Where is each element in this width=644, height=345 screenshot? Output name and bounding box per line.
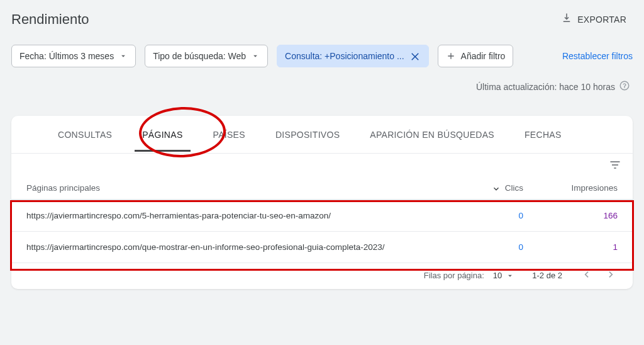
reset-filters-link[interactable]: Restablecer filtros [562,51,633,61]
rows-per-page-label: Filas por página: [424,271,484,280]
cell-impresiones: 1 [523,242,618,252]
tabs-bar: CONSULTAS PÁGINAS PAÍSES DISPOSITIVOS AP… [11,116,633,154]
page-title: Rendimiento [11,11,89,28]
pagination: Filas por página: 10 1-2 de 2 [11,263,633,289]
plus-icon [446,51,456,61]
export-label: EXPORTAR [577,14,626,25]
filter-search-type-label: Tipo de búsqueda: Web [153,51,246,61]
chevron-down-icon [119,52,128,60]
table-column-headers: Páginas principales Clics Impresiones [11,176,633,200]
column-header-clics[interactable]: Clics [429,183,523,193]
cell-url: https://javiermartincrespo.com/que-mostr… [26,242,429,252]
tab-consultas[interactable]: CONSULTAS [55,130,114,140]
table-row[interactable]: https://javiermartincrespo.com/que-mostr… [11,232,633,263]
filter-query-label: Consulta: +Posicionamiento ... [285,51,404,61]
pager-prev[interactable] [580,268,592,283]
tab-dispositivos[interactable]: DISPOSITIVOS [273,130,342,140]
tab-paises[interactable]: PAÍSES [211,130,248,140]
export-button[interactable]: EXPORTAR [555,9,633,30]
filter-date-label: Fecha: Últimos 3 meses [19,51,114,61]
last-updated-text: Última actualización: hace 10 horas [476,82,615,92]
close-icon[interactable] [409,50,421,62]
cell-url: https://javiermartincrespo.com/5-herrami… [26,211,429,220]
arrow-down-icon [491,183,501,193]
filter-chip-add[interactable]: Añadir filtro [438,45,514,67]
table-row[interactable]: https://javiermartincrespo.com/5-herrami… [11,200,633,232]
filter-icon[interactable] [609,159,621,174]
filter-chip-date[interactable]: Fecha: Últimos 3 meses [11,45,136,67]
rows-per-page-value[interactable]: 10 [493,271,514,280]
column-header-impresiones[interactable]: Impresiones [523,183,618,193]
cell-clics: 0 [429,211,523,220]
tab-apariencia[interactable]: APARICIÓN EN BÚSQUEDAS [367,130,497,140]
filter-chip-search-type[interactable]: Tipo de búsqueda: Web [145,45,268,67]
help-icon[interactable] [619,80,630,93]
tab-fechas[interactable]: FECHAS [522,130,564,140]
chevron-down-icon [506,271,514,280]
tab-paginas[interactable]: PÁGINAS [140,130,185,140]
chevron-down-icon [251,52,260,60]
column-header-clics-label: Clics [505,183,523,193]
pager-next[interactable] [605,268,618,283]
filter-chip-query[interactable]: Consulta: +Posicionamiento ... [277,45,429,67]
column-header-page[interactable]: Páginas principales [26,183,429,193]
performance-card: CONSULTAS PÁGINAS PAÍSES DISPOSITIVOS AP… [11,116,633,289]
cell-impresiones: 166 [523,211,618,220]
cell-clics: 0 [429,242,523,252]
pager-range: 1-2 de 2 [532,271,562,280]
filter-add-label: Añadir filtro [461,51,506,61]
download-icon [561,13,572,26]
